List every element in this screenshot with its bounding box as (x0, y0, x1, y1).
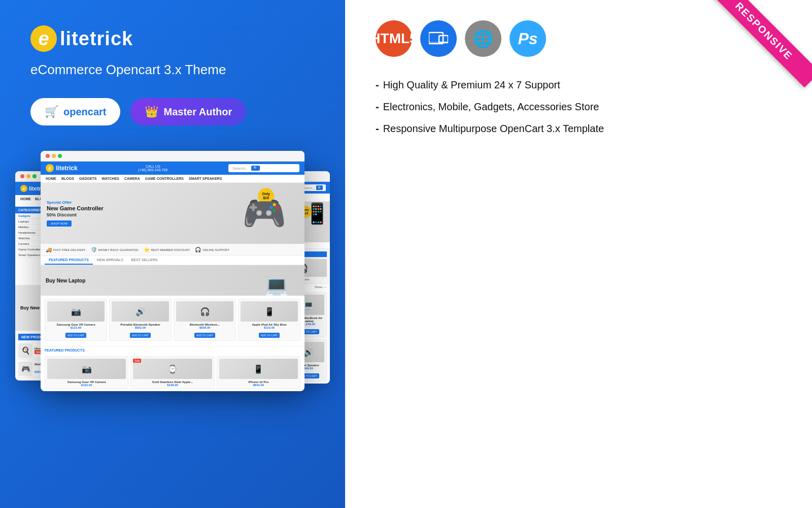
more-img-3: 📱 (219, 359, 298, 379)
minimize-dot-main (52, 154, 56, 158)
photoshop-badge: Ps (510, 20, 546, 57)
multilang-icon: 🌐 (473, 29, 493, 48)
main-nav-gadgets[interactable]: GADGETS (79, 177, 97, 180)
info-support: 🎧 ONLINE SUPPORT (195, 247, 229, 252)
more-price-1: $122.00 (47, 384, 126, 387)
cart-icon: 🛒 (45, 105, 58, 118)
tab-best-sellers[interactable]: BEST SELLERS (127, 256, 162, 265)
feature-3: - Responsive Multipurpose OpenCart 3.x T… (376, 123, 782, 135)
maximize-dot-main (58, 154, 62, 158)
info-discount-text: BEST MEMBER DISCOUNT (151, 248, 190, 251)
sale-badge-more-2: Sale (133, 359, 141, 363)
responsive-badge (420, 20, 457, 57)
main-nav: HOME BLOGS GADGETS WATCHES CAMERA GAME C… (41, 175, 304, 183)
product-price-1: $122.00 (47, 326, 105, 329)
product-img-3: 🎧 (176, 301, 233, 322)
main-nav-game[interactable]: GAME CONTROLLERS (145, 177, 184, 180)
hero-discount: 50% Discount (47, 212, 104, 217)
product-card-4: 📱 Apple iPad Air-Sky Blue $122.00 ADD TO… (238, 299, 300, 341)
product-price-3: $638.00 (176, 326, 233, 329)
multilang-badge: 🌐 (465, 20, 501, 57)
more-price-2: $138.00 (133, 384, 212, 387)
close-dot (20, 174, 24, 178)
hero-text: Special Offer New Game Controller 50% Di… (47, 200, 104, 226)
close-dot-main (46, 154, 50, 158)
add-cart-btn-1[interactable]: ADD TO CART (65, 333, 87, 338)
more-product-1: 📷 Samsung Gear VR Camera $122.00 (45, 356, 128, 389)
product-price-4: $122.00 (241, 326, 298, 329)
main-call-us: CALL US (+90) 800-243-789 (138, 165, 167, 172)
product-img-1: 📷 (47, 301, 105, 322)
minimize-dot (26, 174, 30, 178)
feature-text-1: High Quality & Premium 24 x 7 Support (383, 79, 560, 91)
bullet-2: - (376, 101, 379, 113)
more-price-3: $842.00 (219, 384, 298, 387)
add-cart-btn-4[interactable]: ADD TO CART (259, 333, 280, 338)
main-logo-e: e (46, 164, 54, 172)
buttons-row: 🛒 opencart 👑 Master Author (30, 98, 315, 125)
more-products: 📷 Samsung Gear VR Camera $122.00 Sale ⌚ … (41, 354, 304, 391)
master-author-label: Master Author (163, 106, 232, 118)
feature-2: - Electronics, Mobile, Gadgets, Accessor… (376, 101, 782, 113)
info-money-back: 🛡️ MONEY BACK GUARANTEE (91, 247, 139, 252)
screenshots-container: e litetrick CALL US Search... 🔍 HOME BLO… (30, 141, 315, 385)
info-bar: 🚚 FAST FREE DELIVERY 🛡️ MONEY BACK GUARA… (41, 244, 304, 256)
responsive-icon (429, 30, 448, 47)
headset-icon: 🎧 (195, 247, 201, 252)
truck-icon: 🚚 (46, 247, 52, 252)
new-product-thumb-2: 🎮 (18, 362, 32, 376)
controller-icon: 🎮 (242, 193, 286, 234)
controller-image: 🎮 (223, 183, 304, 244)
product-price-2: $502.00 (112, 326, 169, 329)
main-header: e litetrick CALL US (+90) 800-243-789 Se… (41, 162, 304, 175)
main-nav-blogs[interactable]: BLOGS (61, 177, 74, 180)
left-panel: e litetrick eCommerce Opencart 3.x Theme… (0, 0, 345, 508)
logo-area: e litetrick (30, 25, 315, 52)
tagline: eCommerce Opencart 3.x Theme (30, 62, 315, 78)
info-discount: ⭐ BEST MEMBER DISCOUNT (144, 247, 190, 252)
maximize-dot (32, 174, 37, 178)
main-nav-speakers[interactable]: SMART SPEAKERS (189, 177, 222, 180)
ps-label: Ps (518, 29, 537, 48)
feature-text-3: Responsive Multipurpose OpenCart 3.x Tem… (383, 123, 604, 135)
main-logo: e litetrick (46, 164, 78, 172)
laptop-banner-main-title: Buy New Laptop (46, 278, 85, 283)
search-btn-main[interactable]: 🔍 (251, 166, 260, 171)
nav-home-left[interactable]: HOME (20, 197, 31, 204)
tab-new-arrivals[interactable]: NEW ARRIVALS (93, 256, 127, 265)
product-tabs: FEATURED PRODUCTS NEW ARRIVALS BEST SELL… (41, 256, 304, 265)
product-img-2: 🔊 (112, 301, 169, 322)
tab-featured[interactable]: FEATURED PRODUCTS (45, 256, 93, 265)
info-delivery: 🚚 FAST FREE DELIVERY (46, 247, 86, 252)
laptop-banner-main: Buy New Laptop 💻 (41, 265, 304, 296)
products-grid-main: 📷 Samsung Gear VR Camera $122.00 ADD TO … (41, 296, 304, 344)
shield-icon: 🛡️ (91, 247, 97, 252)
hero-shop-btn[interactable]: SHOP NOW (47, 220, 72, 227)
product-img-4: 📱 (241, 301, 298, 322)
main-container: e litetrick eCommerce Opencart 3.x Theme… (0, 0, 812, 508)
html5-label: HTML5 (370, 30, 417, 47)
main-nav-home[interactable]: HOME (46, 177, 56, 180)
search-placeholder-main: Search... (232, 166, 249, 171)
product-card-1: 📷 Samsung Gear VR Camera $122.00 ADD TO … (45, 299, 107, 341)
more-product-2: Sale ⌚ Gold Stainless Steel Apple... $13… (130, 356, 214, 389)
logo-text: litetrick (60, 28, 133, 50)
right-search-btn[interactable]: 🔍 (316, 185, 323, 190)
opencart-button[interactable]: 🛒 opencart (30, 98, 120, 125)
add-cart-btn-2[interactable]: ADD TO CART (130, 333, 151, 338)
main-search[interactable]: Search... 🔍 (228, 164, 299, 172)
info-money-text: MONEY BACK GUARANTEE (98, 248, 139, 251)
opencart-label: opencart (63, 106, 106, 118)
add-cart-btn-3[interactable]: ADD TO CART (194, 333, 216, 338)
main-nav-watches[interactable]: WATCHES (102, 177, 119, 180)
info-delivery-text: FAST FREE DELIVERY (53, 248, 86, 251)
svg-rect-3 (439, 41, 448, 43)
master-author-button[interactable]: 👑 Master Author (130, 98, 246, 125)
responsive-ribbon: RESPONSIVE (710, 0, 812, 102)
main-logo-text: litetrick (56, 165, 78, 172)
product-card-3: 🎧 Bluetooth Wireless... $638.00 ADD TO C… (174, 299, 236, 341)
responsive-ribbon-text: RESPONSIVE (710, 0, 812, 87)
laptop-image-main: 💻 (264, 274, 289, 296)
browser-bar-main (41, 151, 304, 162)
main-nav-camera[interactable]: CAMERA (124, 177, 140, 180)
